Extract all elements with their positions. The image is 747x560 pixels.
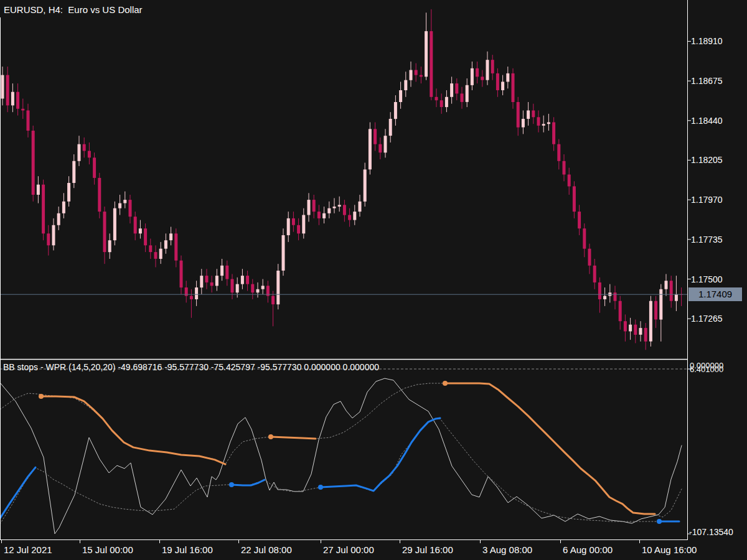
time-axis-label: 6 Aug 00:00 — [563, 544, 613, 555]
time-axis-label: 27 Jul 00:00 — [323, 544, 374, 555]
mt5-chart-window: EURUSD, H4: Euro vs US Dollar BB stops -… — [0, 0, 747, 560]
pane-separator[interactable] — [0, 358, 687, 362]
price-axis-label: 1.18675 — [691, 76, 723, 86]
indicator-scale-max-label: 6.401000 — [690, 364, 723, 375]
price-axis-label: 1.17970 — [691, 195, 723, 205]
indicator-scale-min-label: -107.13540 — [689, 527, 733, 538]
chart-title: EURUSD, H4: Euro vs US Dollar — [4, 4, 143, 15]
indicator-title: BB stops - WPR (14,5,20,20) -49.698716 -… — [3, 362, 379, 373]
main-chart-area[interactable] — [0, 0, 687, 359]
price-axis-label: 1.17265 — [691, 314, 723, 324]
price-axis-label: 1.18910 — [691, 36, 723, 47]
time-axis-label: 15 Jul 00:00 — [82, 544, 133, 555]
time-axis-label: 3 Aug 08:00 — [482, 544, 532, 555]
indicator-pane[interactable] — [0, 361, 687, 539]
current-price-badge: 1.17409 — [688, 287, 742, 301]
price-axis-label: 1.17735 — [691, 235, 723, 245]
price-axis-label: 1.18440 — [691, 116, 723, 126]
time-axis-label: 29 Jul 16:00 — [402, 544, 453, 555]
time-axis-label: 12 Jul 2021 — [4, 544, 52, 555]
time-axis-label: 19 Jul 16:00 — [162, 544, 213, 555]
price-axis-label: 1.18205 — [691, 155, 723, 166]
time-axis-label: 22 Jul 08:00 — [241, 544, 292, 555]
price-axis-label: 1.17500 — [691, 274, 723, 285]
time-axis-label: 10 Aug 16:00 — [642, 544, 697, 555]
